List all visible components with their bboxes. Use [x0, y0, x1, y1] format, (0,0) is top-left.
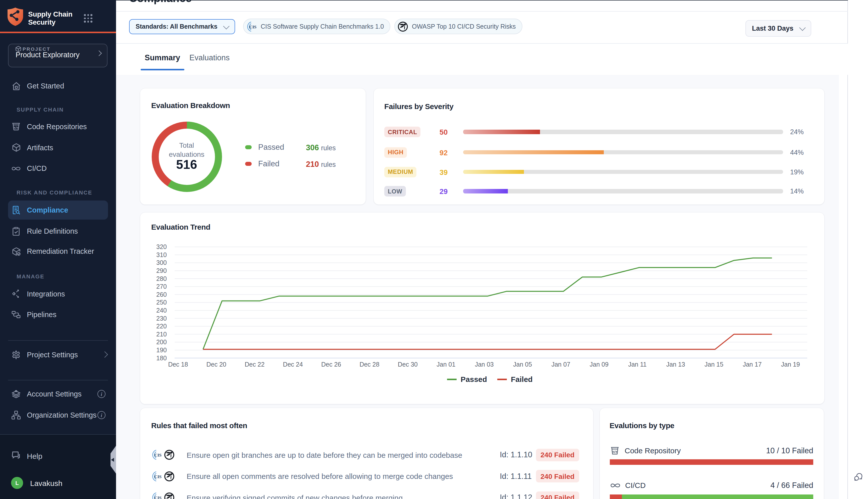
svg-text:180: 180: [156, 354, 167, 362]
svg-text:Dec 30: Dec 30: [398, 361, 418, 368]
svg-text:CIS: CIS: [154, 453, 161, 458]
svg-text:Dec 24: Dec 24: [283, 361, 303, 368]
svg-text:CIS: CIS: [154, 496, 161, 499]
svg-text:CIS: CIS: [154, 474, 161, 479]
svg-text:Dec 18: Dec 18: [168, 361, 188, 368]
svg-text:Jan 07: Jan 07: [551, 361, 570, 368]
svg-text:280: 280: [156, 275, 167, 282]
svg-text:Jan 19: Jan 19: [781, 361, 800, 368]
svg-text:Jan 11: Jan 11: [628, 361, 646, 368]
svg-text:250: 250: [156, 299, 167, 306]
svg-text:320: 320: [156, 243, 167, 250]
svg-text:Dec 22: Dec 22: [245, 361, 264, 368]
svg-text:Jan 13: Jan 13: [666, 361, 685, 368]
svg-text:Jan 17: Jan 17: [743, 361, 761, 368]
svg-text:Jan 01: Jan 01: [436, 361, 455, 368]
svg-text:200: 200: [156, 339, 167, 345]
svg-text:CIS: CIS: [249, 24, 257, 29]
svg-text:Jan 03: Jan 03: [475, 361, 494, 368]
svg-text:Failed: Failed: [511, 375, 533, 384]
svg-text:Dec 26: Dec 26: [321, 361, 341, 368]
svg-text:Jan 05: Jan 05: [513, 361, 532, 368]
svg-text:210: 210: [156, 331, 167, 338]
svg-text:Jan 09: Jan 09: [590, 361, 609, 368]
svg-text:Dec 20: Dec 20: [207, 361, 226, 368]
svg-text:240: 240: [156, 307, 167, 314]
svg-text:260: 260: [156, 291, 167, 298]
svg-text:190: 190: [156, 346, 167, 354]
svg-text:310: 310: [156, 251, 167, 258]
svg-text:290: 290: [156, 267, 167, 274]
svg-text:300: 300: [156, 259, 167, 266]
svg-text:Dec 28: Dec 28: [359, 361, 379, 368]
svg-text:270: 270: [156, 283, 167, 290]
svg-text:230: 230: [156, 315, 167, 322]
svg-text:Jan 15: Jan 15: [705, 361, 723, 368]
svg-text:220: 220: [156, 322, 167, 330]
svg-text:Passed: Passed: [461, 375, 487, 384]
